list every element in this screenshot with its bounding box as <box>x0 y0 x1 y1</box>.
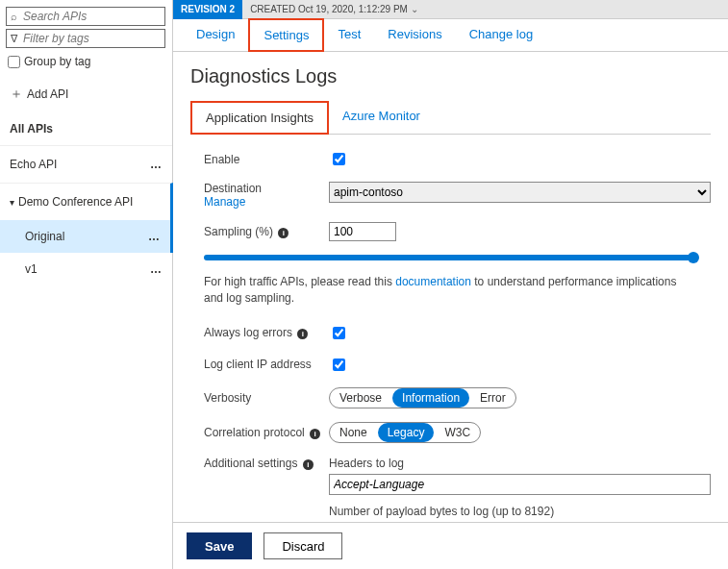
group-by-tag[interactable]: Group by tag <box>0 53 172 76</box>
sampling-note: For high traffic APIs, please read this … <box>204 274 693 307</box>
api-label: Echo API <box>10 158 57 171</box>
api-sub-item-original[interactable]: Original … <box>0 220 173 253</box>
log-client-ip-label: Log client IP address <box>204 358 329 371</box>
tab-settings[interactable]: Settings <box>248 18 324 52</box>
correlation-label: Correlation protocol i <box>204 426 329 439</box>
destination-label: Destination Manage <box>204 182 329 209</box>
form: Enable Destination Manage apim-contoso S… <box>190 150 711 241</box>
search-input[interactable] <box>21 9 161 24</box>
filter-icon: ∇ <box>11 33 17 45</box>
sub-tab-bar: Application Insights Azure Monitor <box>190 101 711 135</box>
sidebar: ⌕ ∇ Group by tag ＋ Add API All APIs Echo… <box>0 0 173 569</box>
group-by-label: Group by tag <box>24 55 90 68</box>
revision-created: CREATED Oct 19, 2020, 1:12:29 PM ⌄ <box>242 4 426 14</box>
verbosity-error[interactable]: Error <box>470 387 515 408</box>
more-icon[interactable]: … <box>150 262 163 276</box>
sub-label: v1 <box>25 262 38 276</box>
documentation-link[interactable]: documentation <box>395 275 471 288</box>
sampling-slider[interactable] <box>204 255 693 260</box>
content: Diagnostics Logs Application Insights Az… <box>173 52 728 522</box>
search-apis[interactable]: ⌕ <box>6 7 165 26</box>
slider-thumb[interactable] <box>688 252 699 263</box>
sub-tab-azure-monitor[interactable]: Azure Monitor <box>329 101 434 134</box>
more-icon[interactable]: … <box>148 230 161 243</box>
always-log-checkbox[interactable] <box>333 327 345 339</box>
info-icon[interactable]: i <box>310 429 320 439</box>
correlation-w3c[interactable]: W3C <box>435 422 480 443</box>
tab-bar: Design Settings Test Revisions Change lo… <box>173 19 728 52</box>
discard-button[interactable]: Discard <box>264 532 342 559</box>
revision-bar: REVISION 2 CREATED Oct 19, 2020, 1:12:29… <box>173 0 728 19</box>
save-button[interactable]: Save <box>187 532 252 559</box>
filter-tags[interactable]: ∇ <box>6 29 165 48</box>
all-apis-header[interactable]: All APIs <box>0 112 172 145</box>
sampling-label: Sampling (%) i <box>204 225 329 238</box>
chevron-down-icon[interactable]: ⌄ <box>411 4 418 14</box>
headers-sub-label: Headers to log <box>329 457 711 470</box>
add-api[interactable]: ＋ Add API <box>0 76 172 112</box>
search-icon: ⌕ <box>11 11 17 22</box>
log-client-ip-checkbox[interactable] <box>333 359 345 371</box>
tab-revisions[interactable]: Revisions <box>374 19 455 51</box>
verbosity-label: Verbosity <box>204 391 329 405</box>
page-title: Diagnostics Logs <box>190 65 711 87</box>
manage-link[interactable]: Manage <box>204 195 245 209</box>
additional-label: Additional settings i <box>204 457 329 470</box>
sub-label: Original <box>25 230 64 243</box>
enable-checkbox[interactable] <box>333 153 345 165</box>
api-label: Demo Conference API <box>18 195 133 209</box>
destination-select[interactable]: apim-contoso <box>329 182 711 203</box>
footer: Save Discard <box>173 522 728 569</box>
verbosity-toggle[interactable]: Verbose Information Error <box>329 387 516 408</box>
info-icon[interactable]: i <box>297 329 308 339</box>
info-icon[interactable]: i <box>278 228 289 238</box>
enable-label: Enable <box>204 153 329 166</box>
verbosity-verbose[interactable]: Verbose <box>330 387 391 408</box>
api-item-echo[interactable]: Echo API … <box>0 145 172 183</box>
sampling-input[interactable] <box>329 222 396 241</box>
add-api-label: Add API <box>27 87 68 101</box>
always-log-label: Always log errors i <box>204 326 329 339</box>
api-sub-item-v1[interactable]: v1 … <box>0 253 172 285</box>
revision-badge[interactable]: REVISION 2 <box>173 0 242 19</box>
api-item-demo-conference[interactable]: ▾Demo Conference API <box>0 183 173 220</box>
correlation-toggle[interactable]: None Legacy W3C <box>329 422 481 443</box>
chevron-down-icon: ▾ <box>10 197 14 208</box>
verbosity-information[interactable]: Information <box>392 388 469 408</box>
sub-tab-app-insights[interactable]: Application Insights <box>190 101 329 135</box>
main-panel: REVISION 2 CREATED Oct 19, 2020, 1:12:29… <box>173 0 728 569</box>
correlation-legacy[interactable]: Legacy <box>378 423 435 442</box>
correlation-none[interactable]: None <box>330 422 377 443</box>
plus-icon: ＋ <box>10 86 23 103</box>
headers-input[interactable] <box>329 474 711 495</box>
filter-input[interactable] <box>21 31 161 46</box>
info-icon[interactable]: i <box>303 459 314 470</box>
more-icon[interactable]: … <box>150 158 163 171</box>
group-by-checkbox[interactable] <box>8 56 20 68</box>
tab-design[interactable]: Design <box>183 19 248 51</box>
tab-test[interactable]: Test <box>324 19 374 51</box>
payload-sub-label: Number of payload bytes to log (up to 81… <box>329 505 711 518</box>
tab-change-log[interactable]: Change log <box>456 19 547 51</box>
